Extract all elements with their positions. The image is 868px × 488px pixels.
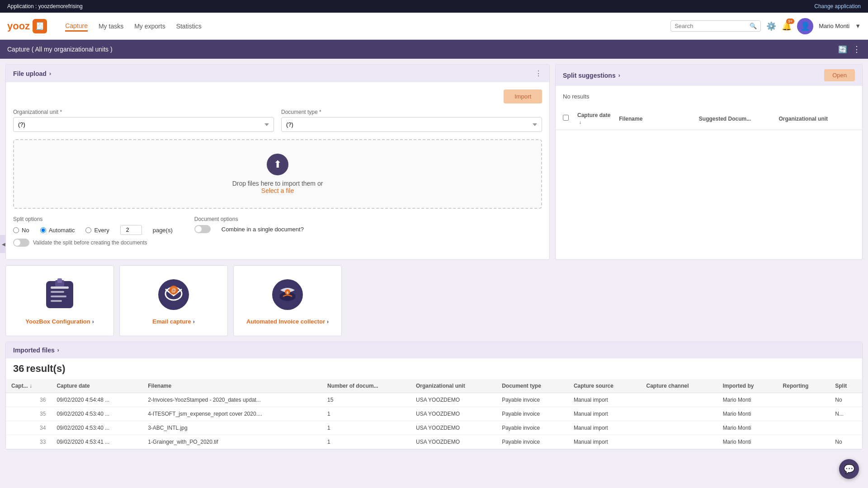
radio-no[interactable]: No [13,227,29,234]
radio-every[interactable]: Every [85,227,109,234]
nav-my-exports[interactable]: My exports [134,21,165,32]
doc-options-label: Document options [194,216,304,222]
split-suggestions-title: Split suggestions › [563,72,620,79]
file-upload-title: File upload › [13,70,51,77]
nav-statistics[interactable]: Statistics [176,21,202,32]
table-row: 35 09/02/2020 4:53:40 ... 4-ITESOFT_jsm_… [6,407,862,421]
doc-type-group: Document type * (?) [281,109,542,132]
cell-num-docs: 1 [322,421,410,435]
cell-doc-type: Payable invoice [496,393,568,407]
org-unit-select[interactable]: (?) [13,117,274,132]
logo-text: yooz [7,20,30,32]
table-body: 36 09/02/2020 4:54:48 ... 2-Invoices-Yoo… [6,393,862,449]
email-capture-icon: @ [156,277,192,313]
cell-split: No [830,393,862,407]
th-num-docs[interactable]: Number of docum... [322,379,410,393]
th-seq[interactable]: Capt... ↓ [6,379,51,393]
split-options-group: Split options No Automatic [13,216,173,239]
th-filename[interactable]: Filename [142,379,322,393]
org-unit-group: Organizational unit * (?) [13,109,274,132]
cell-filename: 3-ABC_INTL.jpg [142,421,322,435]
col-filename: Filename [619,115,695,122]
search-input[interactable] [675,23,747,29]
cell-doc-type: Payable invoice [496,421,568,435]
nav-my-tasks[interactable]: My tasks [99,21,123,32]
drop-text: Drop files here to import them or [28,180,528,187]
file-upload-menu[interactable]: ⋮ [535,69,542,78]
radio-automatic[interactable]: Automatic [40,227,75,234]
cell-reporting [778,421,830,435]
cell-filename: 2-Invoices-YoozStamped - 2020_dates upda… [142,393,322,407]
yoozbox-card[interactable]: YoozBox Configuration › [5,265,114,336]
integration-cards: YoozBox Configuration › @ Email capture … [5,265,863,336]
sort-icon[interactable]: ↓ [579,120,581,125]
combine-toggle[interactable] [194,225,211,233]
th-capture-date[interactable]: Capture date [51,379,142,393]
cell-seq: 34 [6,421,51,435]
radio-no-input[interactable] [13,227,19,233]
th-reporting[interactable]: Reporting [778,379,830,393]
validate-toggle[interactable] [13,239,29,247]
select-all-checkbox[interactable] [563,115,569,121]
cell-org: USA YOOZDEMO [410,407,496,421]
import-button[interactable]: Import [504,89,542,103]
open-button[interactable]: Open [824,69,855,81]
validate-row: Validate the split before creating the d… [13,239,542,247]
search-box[interactable]: 🔍 [670,20,761,32]
file-upload-panel: File upload › ⋮ Import Organizational un… [5,64,550,260]
th-split[interactable]: Split [830,379,862,393]
cell-filename: 4-ITESOFT_jsm_expense_report cover 2020.… [142,407,322,421]
radio-every-input[interactable] [85,227,91,233]
split-radio-row: No Automatic Every [13,225,173,235]
more-options-icon[interactable]: ⋮ [853,44,861,54]
cell-org: USA YOOZDEMO [410,435,496,449]
th-capture-channel[interactable]: Capture channel [641,379,717,393]
cell-seq: 36 [6,393,51,407]
file-upload-header: File upload › ⋮ [6,65,549,82]
drop-zone[interactable]: ⬆ Drop files here to import them or Sele… [13,139,542,209]
cell-num-docs: 15 [322,393,410,407]
refresh-icon[interactable]: 🔄 [838,45,847,54]
imported-files-header: Imported files › [6,342,862,358]
org-unit-label: Organizational unit * [13,109,274,115]
doc-type-select[interactable]: (?) [281,117,542,132]
cell-channel [641,393,717,407]
sub-header: Capture ( All my organizational units ) … [0,40,868,59]
user-name[interactable]: Mario Monti [819,23,849,29]
search-icon[interactable]: 🔍 [750,23,757,29]
invoice-chevron: › [327,319,329,325]
pages-input[interactable] [120,225,142,235]
split-options-label: Split options [13,216,173,222]
svg-rect-4 [51,300,62,302]
col-orgunit: Organizational unit [778,115,855,122]
invoice-collector-card[interactable]: $ Automated Invoice collector › [233,265,342,336]
notification-bell[interactable]: 🔔 9+ [782,21,792,31]
nav-capture[interactable]: Capture [65,20,88,32]
table-row: 36 09/02/2020 4:54:48 ... 2-Invoices-Yoo… [6,393,862,407]
cell-date: 09/02/2020 4:53:40 ... [51,407,142,421]
result-count: 36 result(s) [6,358,862,379]
th-capture-source[interactable]: Capture source [568,379,641,393]
radio-automatic-input[interactable] [40,227,46,233]
svg-rect-6 [57,278,62,283]
change-application-link[interactable]: Change application [814,3,861,9]
notification-badge: 9+ [786,19,794,24]
user-avatar[interactable]: 👤 [797,18,813,34]
cell-source: Manual import [568,407,641,421]
th-org-unit[interactable]: Organizational unit [410,379,496,393]
svg-rect-1 [51,286,69,289]
cell-doc-type: Payable invoice [496,407,568,421]
th-imported-by[interactable]: Imported by [717,379,778,393]
sub-header-actions: 🔄 ⋮ [838,44,861,54]
email-capture-card[interactable]: @ Email capture › [119,265,228,336]
split-suggestions-header: Split suggestions › Open [556,65,862,86]
user-dropdown-icon[interactable]: ▼ [855,23,861,29]
cell-date: 09/02/2020 4:53:41 ... [51,435,142,449]
select-file-link[interactable]: Select a file [28,187,528,194]
split-suggestions-chevron: › [618,72,620,79]
split-table-header: Capture date ↓ Filename Suggested Docum.… [556,107,862,130]
settings-icon[interactable]: ⚙️ [766,21,776,31]
col-capture-date: Capture date ↓ [577,112,615,125]
th-doc-type[interactable]: Document type [496,379,568,393]
file-upload-body: Import Organizational unit * (?) Documen… [6,82,549,259]
